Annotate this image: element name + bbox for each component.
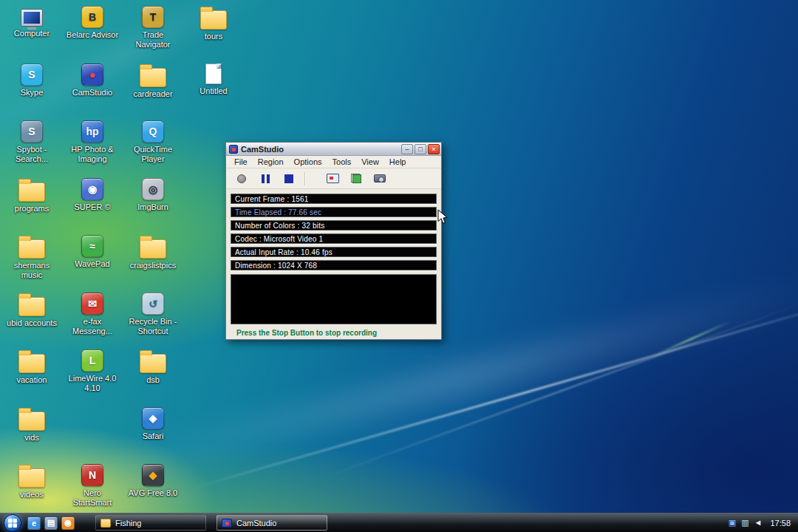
menu-help[interactable]: Help <box>384 157 412 166</box>
maximize-button[interactable]: □ <box>415 144 426 154</box>
annotations-icon <box>351 174 361 183</box>
stat-row-0: Current Frame : 1561 <box>231 194 437 204</box>
desktop-icon-label: WavePad <box>65 259 120 269</box>
windows-flag-icon <box>8 519 17 528</box>
desktop-icon-computer[interactable]: Computer <box>4 6 59 38</box>
folder-icon <box>18 297 45 316</box>
status-message: Press the Stop Button to stop recording <box>226 327 441 339</box>
nero-icon: N <box>81 464 103 486</box>
desktop-icon-label: LimeWire 4.0 4.10 <box>65 374 120 393</box>
volume-icon[interactable]: ◄ <box>754 519 763 527</box>
desktop-icon-programs[interactable]: programs <box>4 178 59 214</box>
desktop-icon-label: vacation <box>4 375 59 385</box>
desktop-icon-label: Computer <box>4 29 59 38</box>
menu-options[interactable]: Options <box>289 157 327 166</box>
window-controls: –□× <box>401 144 440 154</box>
folder-icon <box>18 354 45 373</box>
imgburn-icon: ◎ <box>142 178 164 200</box>
desktop-icon-tours[interactable]: tours <box>186 6 241 41</box>
tray-icons: ▣▥◄ <box>729 519 763 527</box>
desktop-icon-nero-startsmart[interactable]: NNero StartSmart <box>65 464 120 508</box>
folder-task-icon <box>100 519 111 528</box>
pause-icon <box>262 174 270 183</box>
desktop-icon-label: QuickTime Player <box>126 145 180 164</box>
desktop-icon-shermans-music[interactable]: shermans music <box>4 235 59 280</box>
desktop-icon-label: Untitled <box>186 86 241 96</box>
desktop-icon-spybot-search[interactable]: SSpybot - Search... <box>4 120 59 164</box>
stat-row-5: Dimension : 1024 X 768 <box>231 260 437 270</box>
desktop-icon-label: Spybot - Search... <box>4 145 59 164</box>
monitor-icon <box>327 174 339 183</box>
stat-row-4: Actual Input Rate : 10.46 fps <box>231 247 437 257</box>
desktop-icon-label: programs <box>4 204 59 214</box>
quick-launch-bar: e▤◉ <box>27 516 75 530</box>
recording-stats-panel: Current Frame : 1561Time Elapsed : 77.66… <box>226 189 441 273</box>
window-title: CamStudio <box>241 145 401 154</box>
record-button[interactable] <box>232 171 251 187</box>
desktop-icon-trade-navigator[interactable]: TTrade Navigator <box>126 6 180 50</box>
desktop-icon-ubid-accounts[interactable]: ubid accounts <box>4 293 59 328</box>
desktop-icon-safari[interactable]: ◈Safari <box>126 407 180 441</box>
desktop-icon-videos[interactable]: videos <box>4 464 59 499</box>
desktop-icon-e-fax-messeng[interactable]: ✉e-fax Messeng... <box>65 293 120 336</box>
close-button[interactable]: × <box>428 144 440 154</box>
desktop-icon-label: dsb <box>126 375 180 385</box>
show-desktop-icon[interactable]: ▤ <box>44 516 58 530</box>
avi-swf-toggle-button[interactable] <box>323 171 342 187</box>
stat-row-1: Time Elapsed : 77.66 sec <box>231 207 437 217</box>
taskbar: e▤◉ FishingCamStudio ▣▥◄ 17:58 <box>0 513 798 532</box>
desktop-icon-imgburn[interactable]: ◎ImgBurn <box>126 178 180 212</box>
desktop-icon-craigslistpics[interactable]: craigslistpics <box>126 235 180 270</box>
desktop-icon-quicktime-player[interactable]: QQuickTime Player <box>126 120 180 164</box>
skype-icon: S <box>21 64 43 86</box>
video-options-button[interactable] <box>370 171 389 187</box>
camstudio-tray-icon[interactable]: ▣ <box>729 519 736 527</box>
record-icon <box>237 174 246 183</box>
desktop-icon-vids[interactable]: vids <box>4 407 59 443</box>
desktop-icon-super[interactable]: ◉SUPER © <box>65 178 120 212</box>
folder-icon <box>140 68 166 87</box>
mouse-cursor <box>437 209 449 225</box>
desktop-icon-label: tours <box>186 32 241 41</box>
taskbar-task-fishing[interactable]: Fishing <box>95 515 206 531</box>
desktop-icon-label: shermans music <box>4 261 59 280</box>
desktop-icon-label: Nero StartSmart <box>65 488 120 508</box>
desktop-icon-label: e-fax Messeng... <box>65 317 120 336</box>
camstudio-icon: ● <box>81 64 103 86</box>
system-tray: ▣▥◄ 17:58 <box>729 519 798 528</box>
desktop-icon-wavepad[interactable]: ≈WavePad <box>65 235 120 269</box>
menu-file[interactable]: File <box>229 157 253 166</box>
media-player-icon[interactable]: ◉ <box>61 516 75 530</box>
desktop-icon-label: Recycle Bin - Shortcut <box>126 317 180 336</box>
taskbar-clock[interactable]: 17:58 <box>770 519 791 528</box>
network-icon[interactable]: ▥ <box>741 519 748 527</box>
camstudio-toolbar <box>226 168 441 189</box>
desktop-icon-cardreader[interactable]: cardreader <box>126 64 180 99</box>
desktop-icon-avg-free-8-0[interactable]: ◆AVG Free 8.0 <box>126 464 180 498</box>
desktop-icon-belarc-advisor[interactable]: BBelarc Advisor <box>65 6 120 40</box>
desktop-icon-untitled[interactable]: Untitled <box>186 64 241 96</box>
menu-view[interactable]: View <box>356 157 384 166</box>
menu-tools[interactable]: Tools <box>327 157 357 166</box>
desktop-icon-limewire-4-0-4-10[interactable]: LLimeWire 4.0 4.10 <box>65 349 120 393</box>
menu-region[interactable]: Region <box>253 157 289 166</box>
camstudio-titlebar[interactable]: CamStudio –□× <box>226 143 441 156</box>
task-label: CamStudio <box>236 519 276 528</box>
desktop-icon-label: Trade Navigator <box>126 30 180 50</box>
wavepad-icon: ≈ <box>81 235 103 257</box>
stop-button[interactable] <box>279 171 299 187</box>
pause-button[interactable] <box>256 171 275 187</box>
stat-row-2: Number of Colors : 32 bits <box>231 220 437 231</box>
start-button[interactable] <box>4 514 21 532</box>
desktop-icon-camstudio[interactable]: ●CamStudio <box>65 64 120 98</box>
desktop-icon-vacation[interactable]: vacation <box>4 349 59 385</box>
annotations-button[interactable] <box>347 171 366 187</box>
taskbar-task-camstudio[interactable]: CamStudio <box>216 515 327 531</box>
internet-explorer-icon[interactable]: e <box>27 516 41 530</box>
desktop-icon-dsb[interactable]: dsb <box>126 349 180 385</box>
desktop-icon-hp-photo-imaging[interactable]: hpHP Photo & Imaging <box>65 120 120 164</box>
minimize-button[interactable]: – <box>401 144 413 154</box>
desktop-icon-skype[interactable]: SSkype <box>4 64 59 98</box>
desktop-icon-recycle-bin-shortcut[interactable]: ↺Recycle Bin - Shortcut <box>126 293 180 336</box>
desktop-icon-label: SUPER © <box>65 202 120 212</box>
